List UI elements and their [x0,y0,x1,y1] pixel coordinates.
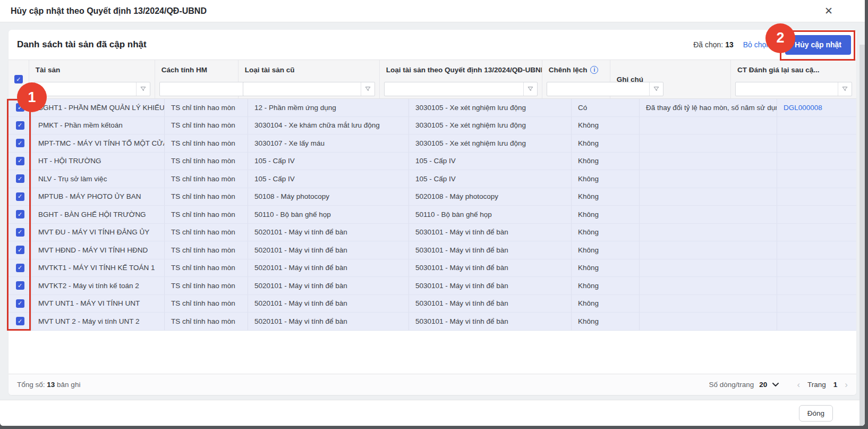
cell-old-type: 3030107 - Xe lấy máu [248,134,409,152]
row-checkbox[interactable]: ✓ [16,210,24,218]
chevron-down-icon [772,381,779,389]
close-button[interactable]: Đóng [799,405,833,422]
cell-new-type: 5030101 - Máy vi tính để bàn [409,313,572,330]
table-row[interactable]: ✓ BGHT - BÀN GHẾ HỘI TRƯỜNG TS chỉ tính … [8,206,856,224]
asset-filter-input[interactable] [34,82,136,96]
cell-method: TS chỉ tính hao mòn [165,99,248,116]
page-next-icon[interactable]: › [845,380,848,389]
table-row[interactable]: ✓ MVTKT2 - Máy vi tính kế toán 2 TS chỉ … [8,277,856,295]
cell-asset: MVTKT2 - Máy vi tính kế toán 2 [32,277,165,295]
selected-count-label: Đã chọn: 13 [693,40,734,49]
page-value[interactable]: 1 [833,381,838,389]
filter-icon[interactable] [136,82,150,96]
table-row[interactable]: ✓ MVT UNT1 - MÁY VI TÍNH UNT TS chỉ tính… [8,295,856,313]
page-backdrop: Hủy cập nhật theo Quyết định 13/2024/QĐ-… [0,0,868,429]
cell-note [640,153,777,170]
table-row[interactable]: ✓ PMKT - Phần mềm kếtoán TS chỉ tính hao… [8,117,856,135]
row-checkbox[interactable]: ✓ [16,139,24,147]
cell-difference: Không [572,170,640,188]
cell-difference: Không [572,206,640,223]
cell-difference: Không [572,241,640,259]
deselect-link[interactable]: Bỏ chọn [743,40,770,49]
row-checkbox[interactable]: ✓ [16,281,24,290]
cell-difference: Có [572,99,640,116]
row-checkbox-cell: ✓ [8,170,32,188]
table-footer: Tổng số: 13 bản ghi Số dòng/trang 20 [8,374,856,395]
cell-old-type: 105 - Cấp IV [248,153,409,170]
new-type-filter-input[interactable] [385,82,523,96]
cell-new-type: 50110 - Bộ bàn ghế họp [409,206,572,223]
row-checkbox-cell: ✓ [8,313,32,330]
cell-new-type: 5020108 - Máy photocopy [409,188,572,206]
vertical-scrollbar[interactable] [860,45,865,426]
cell-asset: MVT UNT1 - MÁY VI TÍNH UNT [32,295,165,313]
cell-doc: DGL000008 [777,99,856,116]
cell-asset: PMKT - Phần mềm kếtoán [32,117,165,134]
table-row[interactable]: ✓ NLV - Trụ sở làm việc TS chỉ tính hao … [8,170,856,188]
row-checkbox[interactable]: ✓ [16,264,24,272]
table-row[interactable]: ✓ BGHT1 - PHẦN MỀM QUẢN LÝ KHIẾU NẠI... … [8,99,856,117]
filter-icon[interactable] [361,82,375,96]
cell-note [640,188,777,206]
cell-asset: MVT HĐND - MÁY VI TÍNH HĐND [32,241,165,259]
header-col-method: Cách tính HM [155,60,239,98]
filter-icon[interactable] [523,82,537,96]
table-body: ✓ BGHT1 - PHẦN MỀM QUẢN LÝ KHIẾU NẠI... … [8,99,856,331]
row-checkbox-cell: ✓ [8,259,32,277]
row-checkbox-cell: ✓ [8,206,32,223]
row-checkbox[interactable]: ✓ [16,157,24,165]
cancel-update-button[interactable]: Hủy cập nhật [785,35,851,55]
column-label-note: Ghi chú [610,60,730,98]
cell-old-type: 105 - Cấp IV [248,170,409,188]
row-checkbox[interactable]: ✓ [16,174,24,183]
info-icon[interactable]: i [590,66,598,74]
cell-new-type: 5030101 - Máy vi tính để bàn [409,277,572,295]
cell-new-type: 3030105 - Xe xét nghiệm lưu động [409,99,572,116]
rows-per-page-select[interactable]: Số dòng/trang 20 [709,381,779,389]
page-prev-icon[interactable]: ‹ [797,380,800,389]
header-col-old-type: Loại tài sản cũ [239,60,380,98]
row-checkbox[interactable]: ✓ [16,317,24,325]
table-row[interactable]: ✓ MPTUB - MÁY PHOTO ỦY BAN TS chỉ tính h… [8,188,856,206]
cell-note [640,206,777,223]
revaluation-doc-link[interactable]: DGL000008 [784,104,822,112]
cell-method: TS chỉ tính hao mòn [165,295,248,313]
cell-new-type: 105 - Cấp IV [409,170,572,188]
row-checkbox[interactable]: ✓ [16,228,24,237]
cell-difference: Không [572,134,640,152]
cell-old-type: 5020101 - Máy vi tính để bàn [248,241,409,259]
table-row[interactable]: ✓ MVT HĐND - MÁY VI TÍNH HĐND TS chỉ tín… [8,241,856,259]
table-row[interactable]: ✓ MVTKT1 - MÁY VI TÍNH KẾ TOÁN 1 TS chỉ … [8,259,856,277]
total-unit: bản ghi [57,381,80,389]
difference-label-text: Chênh lệch [549,66,588,74]
row-checkbox[interactable]: ✓ [16,192,24,201]
cell-note [640,277,777,295]
selected-label: Đã chọn: [693,40,723,49]
table-row[interactable]: ✓ MPT-TMC - MÁY VI TÍNH TỔ MỘT CỬA TS ch… [8,134,856,153]
toolbar-right: Đã chọn: 13 Bỏ chọn Hủy cập nhật 2 [693,35,851,55]
table-row[interactable]: ✓ MVT ĐU - MÁY VI TÍNH ĐẢNG ỦY TS chỉ tí… [8,224,856,242]
column-label-asset: Tài sản [29,60,155,79]
row-checkbox[interactable]: ✓ [16,299,24,308]
table-row[interactable]: ✓ MVT UNT 2 - Máy vi tính UNT 2 TS chỉ t… [8,313,856,331]
cell-method: TS chỉ tính hao mòn [165,206,248,223]
old-type-filter-input[interactable] [243,82,361,96]
select-all-checkbox[interactable]: ✓ [14,75,23,83]
cell-method: TS chỉ tính hao mòn [165,117,248,134]
close-icon[interactable]: ✕ [824,6,833,16]
row-checkbox[interactable]: ✓ [16,103,24,112]
cancel-update-modal: Hủy cập nhật theo Quyết định 13/2024/QĐ-… [0,0,865,426]
cell-asset: MPT-TMC - MÁY VI TÍNH TỔ MỘT CỬA [32,134,165,152]
row-checkbox[interactable]: ✓ [16,121,24,130]
page-label: Trang [807,381,826,389]
filter-cell-difference [542,79,610,98]
row-checkbox-cell: ✓ [8,241,32,259]
cell-note [640,295,777,313]
table-row[interactable]: ✓ HT - HỘI TRƯỜNG TS chỉ tính hao mòn 10… [8,153,856,171]
row-checkbox[interactable]: ✓ [16,246,24,254]
cell-old-type: 5020101 - Máy vi tính để bàn [248,259,409,277]
column-label-method: Cách tính HM [155,60,238,79]
doc-filter-input[interactable] [736,82,838,96]
filter-icon[interactable] [838,82,852,96]
cell-old-type: 50108 - Máy photocopy [248,188,409,206]
